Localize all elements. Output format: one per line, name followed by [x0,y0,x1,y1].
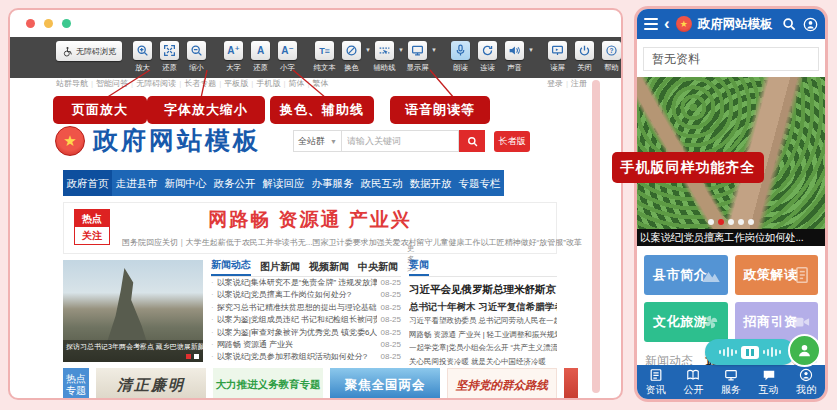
pause-icon[interactable] [741,346,759,359]
news-list-item[interactable]: ·探究习总书记精准扶贫思想的提出与理论基础08-25 [211,302,401,314]
help-button[interactable]: ? 帮助 [598,41,623,73]
continuous-read-button[interactable]: 连读 [474,41,501,73]
news-list-item[interactable]: ·网路畅 资源通 产业兴08-25 [211,339,401,351]
bottomnav-services[interactable]: 服务 [712,365,750,399]
carousel-indicator[interactable] [186,354,199,359]
display-screen-button[interactable]: 显示屏 ▼ [404,41,431,73]
tile-county-intro[interactable]: 县市简介 [644,255,728,295]
read-aloud-button[interactable]: 朗读 [447,41,474,73]
headline-link[interactable]: 国家卫计委要求加强关爱农村留守儿童健康工作 [313,237,481,248]
audio-player-pill[interactable] [705,339,795,365]
headline-item[interactable]: 网路畅 资源通 产业兴 | 轻工业调整和振兴规划 [409,328,557,342]
topic-banner-integrity[interactable]: 清正廉明 [96,368,206,400]
font-larger-button[interactable]: A⁺ 大字 [220,41,247,73]
headline-item[interactable]: 关心民间投资冷暖 就是关心中国经济冷暖 [409,355,557,369]
headline-item[interactable]: 一起学党章|党员小组会怎么开 “共产主义漂流瓶”经 [409,341,557,355]
font-smaller-button[interactable]: A⁻ 小字 [274,41,301,73]
guide-line-button[interactable]: 辅助线 ▼ [371,41,398,73]
chevron-down-icon[interactable]: ▼ [528,47,534,53]
nav-item-interaction[interactable]: 政民互动 [357,170,406,196]
headline-link[interactable]: 以工匠精神做好“放管服”改革 [481,237,582,248]
nav-item-county[interactable]: 走进县市 [112,170,161,196]
accessibility-mode-label: 无障碍浏览 [76,46,116,57]
search-scope-select[interactable]: 全站群▼ [293,130,341,152]
utility-link-mobile[interactable]: 手机版 [256,79,280,88]
tab-video-news[interactable]: 视频新闻 [309,260,349,276]
zoom-reset-button[interactable]: 还原 [156,41,183,73]
bottomnav-open[interactable]: 公开 [675,365,713,399]
elder-version-button[interactable]: 长者版 [494,131,530,152]
zoom-in-button[interactable]: 放大 [129,41,156,73]
phone-window: ‹ ★ 政府网站模板 暂无资料 以案说纪|党员擅离工作岗位如何处... 县市简介… [634,6,828,402]
search-button[interactable] [459,130,485,152]
nav-item-special[interactable]: 专题专栏 [455,170,504,196]
news-list-item[interactable]: ·以案为鉴|党组成员违纪 书记和纪检组长被问责08-25 [211,314,401,326]
accessibility-mode-button[interactable]: 无障碍浏览 [56,41,122,61]
banner-caption[interactable]: 以案说纪|党员擅离工作岗位如何处... [637,229,825,246]
news-list-item[interactable]: ·以案说纪|党员参加邪教组织活动如何处分?08-25 [211,351,401,363]
browser-scrollbar[interactable] [592,80,600,393]
utility-link-tablet[interactable]: 平板版 [224,79,248,88]
headline-link[interactable]: 国务院回应关切｜大学生起薪低于农民工并非读书无... [122,237,313,248]
utility-link-accessibility[interactable]: 无障碍阅读 [136,79,176,88]
bottomnav-mine[interactable]: 我的 [787,365,825,399]
back-icon[interactable]: ‹ [664,15,670,32]
menu-icon[interactable] [644,18,658,31]
nav-item-news[interactable]: 新闻中心 [161,170,210,196]
page-zoom-group: 放大 还原 缩小 [129,41,210,73]
plain-text-button[interactable]: T≡ 纯文本 [311,41,338,73]
topic-banner-partial[interactable] [564,368,578,400]
nav-item-services[interactable]: 办事服务 [308,170,357,196]
headline-title[interactable]: 网路畅 资源通 产业兴 [64,207,556,233]
browser-window: 无障碍浏览 放大 还原 缩小 A⁺ [8,8,623,400]
nav-item-interpretation[interactable]: 解读回应 [259,170,308,196]
news-list-item[interactable]: ·以案说纪|集体研究不是“免责金牌” 违规发放津补贴被...08-25 [211,277,401,289]
voice-assistant-button[interactable] [788,334,821,367]
user-icon[interactable] [803,17,818,32]
topic-banner-mass-line[interactable]: 坚持党的群众路线 [447,368,557,400]
chevron-down-icon[interactable]: ▼ [431,47,437,53]
topic-banner-two-sessions[interactable]: 聚焦全国两会 [330,368,440,400]
login-link[interactable]: 登录 [547,79,563,88]
nav-item-gov-affairs[interactable]: 政务公开 [210,170,259,196]
help-icon: ? [602,41,621,60]
wheelchair-icon [62,46,73,57]
tab-headlines[interactable]: 要闻 [409,258,429,276]
zoom-out-button[interactable]: 缩小 [183,41,210,73]
tab-news-updates[interactable]: 新闻动态 [211,258,251,276]
maximize-window-dot[interactable] [62,19,71,28]
photo-carousel[interactable]: 探访习总书记3年两会考察点 藏乡巴塘展新颜 [63,260,203,362]
utility-link-site-nav[interactable]: 站群导航 [56,79,88,88]
topic-banner-education[interactable]: 大力推进义务教育专题 [213,368,323,400]
nav-item-home[interactable]: 政府首页 [63,170,112,196]
tab-central-news[interactable]: 中央新闻 [358,260,398,276]
utility-link-simplified[interactable]: 简体 [288,79,304,88]
news-list-item[interactable]: ·以案说纪|党员擅离工作岗位如何处分?08-25 [211,289,401,301]
utility-link-qa[interactable]: 智能问答 [96,79,128,88]
register-link[interactable]: 注册 [571,79,587,88]
chat-icon [762,368,776,382]
search-input[interactable] [341,130,459,152]
change-color-button[interactable]: 换色 ▼ [338,41,365,73]
utility-link-elder[interactable]: 长者专题 [184,79,216,88]
tile-culture-tourism[interactable]: 文化旅游 [644,302,728,342]
news-panel: 新闻动态 图片新闻 视频新闻 中央新闻 更多>> ·以案说纪|集体研究不是“免责… [211,260,401,364]
font-reset-button[interactable]: A 还原 [247,41,274,73]
bottomnav-news[interactable]: 资讯 [637,365,675,399]
close-toolbar-button[interactable]: 关闭 [571,41,598,73]
minimize-window-dot[interactable] [44,19,53,28]
sound-button[interactable]: 声音 ▼ [501,41,528,73]
news-list-item[interactable]: ·以案为鉴|审查对象被评为优秀党员 镇党委6人被问责08-25 [211,327,401,339]
headline-item[interactable]: 习近平看望政协委员 总书记同劳动人民在一起 [409,314,557,328]
headline-item[interactable]: 习近平会见俄罗斯总理米舒斯京 [409,283,557,297]
headline-item[interactable]: 总书记十年树木 习近平复信希腊学者 [409,301,557,314]
search-icon[interactable] [782,17,796,31]
tab-photo-news[interactable]: 图片新闻 [260,260,300,276]
screen-reader-button[interactable]: 读屏 [544,41,571,73]
nav-item-open-data[interactable]: 数据开放 [406,170,455,196]
bottomnav-interaction[interactable]: 互动 [750,365,788,399]
carousel-dots[interactable] [637,219,825,225]
tile-policy-interpretation[interactable]: 政策解读 [735,255,819,295]
close-window-dot[interactable] [26,19,35,28]
utility-link-traditional[interactable]: 繁体 [313,79,329,88]
